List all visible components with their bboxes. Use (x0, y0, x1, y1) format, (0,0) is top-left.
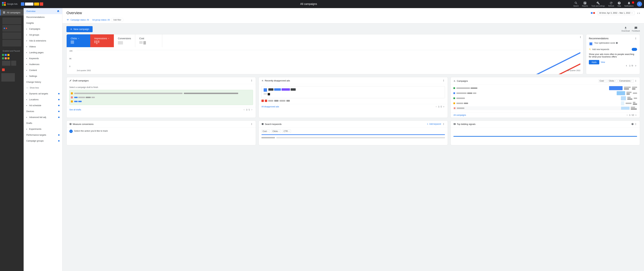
new-campaign-button[interactable]: New campaign (66, 26, 92, 32)
chevron-videos-icon: ▸ (26, 46, 27, 47)
nav-item-devices[interactable]: Devices (24, 108, 62, 114)
campaigns-pagination: 1 / 10 (626, 114, 637, 116)
rec-pagination-label: 1 / 9 (629, 64, 633, 67)
campaigns-conversions-select[interactable]: Conversions (618, 79, 634, 83)
nav-item-campaign-groups[interactable]: Campaign groups (24, 138, 62, 144)
disapproved-prev-icon[interactable] (435, 105, 437, 108)
metrics-more-button[interactable] (578, 34, 583, 47)
rec-prev-icon[interactable] (625, 64, 628, 67)
campaigns-see-all-link[interactable]: All campaigns (454, 114, 466, 116)
draft-item-2[interactable] (71, 95, 252, 99)
bidding-more-icon[interactable] (634, 123, 637, 125)
header-right-tools: All time: Apr 3, 2002 – Mar 1, 2022 ‹ › (591, 11, 640, 15)
conversions-metric-tab[interactable]: Conversions (114, 34, 135, 47)
nav-item-drafts[interactable]: Drafts (24, 120, 62, 126)
nav-item-change-history[interactable]: Change history (24, 79, 62, 85)
measure-card-title: Measure conversions (69, 123, 94, 125)
info-icon (616, 42, 618, 44)
keywords-clicks-select[interactable]: Clicks (271, 130, 281, 133)
keywords-more-icon[interactable] (442, 123, 445, 125)
prev-period-button[interactable]: ‹ (637, 11, 638, 15)
draft-bar-1 (74, 93, 182, 94)
search-nav-button[interactable]: Search (572, 1, 580, 7)
measure-more-icon[interactable] (250, 123, 253, 125)
recommendations-card: Recommendations Your optimization score (586, 34, 640, 74)
campaigns-clicks-select[interactable]: Clicks (608, 79, 617, 83)
disapproved-see-all-link[interactable]: All disapproved ads (262, 105, 279, 108)
nav-item-ad-schedule[interactable]: ▸ Ad schedule (24, 102, 62, 108)
disapproved-ads-card: Recently disapproved ads (258, 77, 448, 118)
chevron-ads-icon: ▸ (26, 40, 27, 42)
nav-item-advanced-bid[interactable]: ▸ Advanced bid adj. (24, 114, 62, 120)
user-avatar[interactable]: A (637, 1, 642, 6)
reports-nav-button[interactable]: Reports (581, 1, 589, 7)
nav-item-audiences[interactable]: ▸ Audiences (24, 61, 62, 67)
ad-group-status-filter[interactable]: Ad group status: All (92, 19, 110, 21)
main-layout: All campaigns Enabled and Paused (0, 8, 644, 271)
feedback-button[interactable]: Feedback (632, 26, 640, 32)
disapproved-next-icon[interactable] (442, 105, 445, 108)
cost-metric-tab[interactable]: Cost (135, 34, 162, 47)
rec-view-button[interactable]: View (601, 60, 605, 64)
sidebar-item-all-campaigns-label: All campaigns (7, 11, 20, 14)
sidebar-item-all-campaigns[interactable]: All campaigns (0, 9, 24, 15)
campaigns-prev-icon[interactable] (626, 114, 628, 116)
campaign-status-filter[interactable]: Campaign status: All (70, 19, 89, 21)
campaigns-next-icon[interactable] (635, 114, 637, 116)
app-logo[interactable]: Google Ads (2, 2, 18, 6)
nav-item-experiments[interactable]: ▸ Experiments (24, 126, 62, 132)
page-title: All campaigns (46, 2, 571, 5)
disapproved-more-icon[interactable] (442, 79, 445, 82)
nav-item-recommendations[interactable]: Recommendations (24, 14, 62, 20)
download-button[interactable]: Download (622, 26, 630, 32)
overview-grid: Clicks Impressions (66, 34, 640, 74)
draft-next-icon[interactable] (251, 109, 253, 111)
impressions-metric-tab[interactable]: Impressions (90, 34, 114, 47)
nav-item-settings[interactable]: ▸ Settings (24, 73, 62, 79)
rec-apply-button[interactable]: Apply (589, 60, 599, 64)
nav-item-insights[interactable]: Insights (24, 20, 62, 26)
draft-item-1[interactable] (71, 91, 252, 95)
rec-more-icon[interactable] (634, 37, 637, 40)
nav-item-performance-targets[interactable]: Performance targets (24, 132, 62, 138)
date-range-selector[interactable]: All time: Apr 3, 2002 – Mar 1, 2022 (598, 11, 634, 15)
nav-item-videos[interactable]: ▸ Videos (24, 44, 62, 49)
nav-item-show-less[interactable]: — Show less (24, 85, 62, 91)
clicks-metric-tab[interactable]: Clicks (67, 34, 90, 47)
help-nav-button[interactable]: Help (616, 1, 622, 7)
campaigns-more-icon[interactable] (634, 79, 637, 82)
download-icon (624, 26, 627, 29)
impressions-dropdown-icon (108, 37, 110, 39)
nav-item-ads-extensions[interactable]: ▸ Ads & extensions (24, 38, 62, 44)
nav-item-locations[interactable]: ▸ Locations (24, 97, 62, 102)
filter-divider: · (90, 19, 91, 21)
chevron-settings-icon: ▸ (26, 75, 27, 77)
refresh-nav-button[interactable]: Refresh (607, 1, 616, 7)
nav-item-overview[interactable]: Overview (24, 8, 62, 14)
nav-item-dynamic-ad[interactable]: ▸ Dynamic ad targets (24, 91, 62, 97)
draft-item-3[interactable] (71, 99, 252, 103)
nav-item-keywords[interactable]: ▸ Keywords (24, 55, 62, 61)
rec-next-icon[interactable] (634, 64, 637, 67)
tools-nav-button[interactable]: Tools and settings (590, 1, 606, 7)
grid-icon (3, 11, 6, 14)
bidding-help-icon[interactable] (631, 123, 634, 125)
keywords-cost-select[interactable]: Cost (262, 130, 270, 133)
keywords-ctr-select[interactable]: CTR (282, 130, 291, 133)
draft-prev-icon[interactable] (243, 109, 245, 111)
nav-item-show-less-label: Show less (30, 87, 39, 89)
nav-item-campaigns[interactable]: ▸ Campaigns (24, 26, 62, 32)
add-keyword-button[interactable]: Add keyword (426, 123, 441, 125)
see-all-drafts-link[interactable]: See all drafts (69, 109, 81, 111)
add-filter-button[interactable]: Add filter (111, 18, 123, 22)
notifications-nav-button[interactable]: 1 Notifications (623, 1, 635, 7)
nav-item-content[interactable]: ▸ Content (24, 67, 62, 73)
draft-more-icon[interactable] (250, 79, 253, 82)
next-period-button[interactable]: › (639, 11, 640, 15)
rec-header: Recommendations (589, 37, 637, 40)
nav-item-ad-groups[interactable]: ▸ Ad groups (24, 32, 62, 38)
disapproved-pagination-label: 1 / 2 (438, 105, 442, 108)
campaigns-cost-select[interactable]: Cost (598, 79, 607, 83)
nav-item-landing-pages[interactable]: ▸ Landing pages (24, 49, 62, 55)
chevron-bid-icon: ▸ (26, 116, 27, 118)
